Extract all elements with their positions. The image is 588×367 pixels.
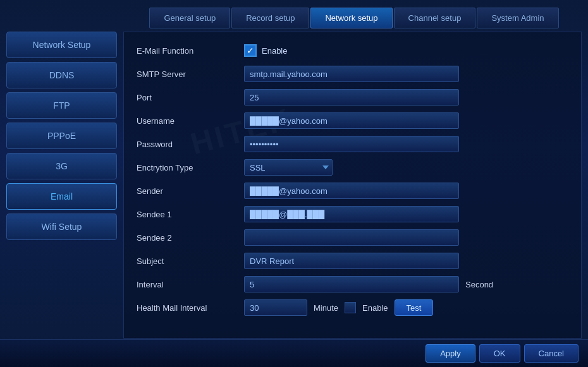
port-row: Port [137, 88, 568, 106]
subject-row: Subject [137, 252, 568, 270]
encryption-select[interactable]: SSL TLS None [244, 159, 333, 176]
password-row: Password [137, 135, 568, 153]
interval-input[interactable] [244, 276, 459, 292]
username-input[interactable] [244, 112, 459, 129]
sendee2-input[interactable] [244, 229, 459, 246]
interval-row: Interval Second [137, 275, 568, 293]
smtp-server-label: SMTP Server [137, 69, 244, 79]
subject-label: Subject [137, 256, 244, 266]
interval-unit: Second [465, 280, 493, 289]
health-mail-enable-label: Enable [362, 303, 388, 313]
ok-button[interactable]: OK [479, 344, 520, 363]
email-enable-text: Enable [262, 46, 287, 56]
tab-network-setup[interactable]: Network setup [310, 8, 392, 28]
smtp-server-input[interactable] [244, 66, 459, 82]
health-mail-label: Health Mail Interval [137, 303, 244, 313]
email-function-label: E-Mail Function [137, 46, 244, 56]
sendee2-label: Sendee 2 [137, 233, 244, 243]
sender-input[interactable] [244, 183, 459, 199]
cancel-button[interactable]: Cancel [524, 344, 579, 363]
tab-record-setup[interactable]: Record setup [231, 8, 309, 28]
sidebar-item-network-setup[interactable]: Network Setup [6, 32, 117, 58]
sidebar-item-ftp[interactable]: FTP [6, 92, 117, 119]
health-mail-input[interactable] [244, 299, 307, 316]
port-label: Port [137, 93, 244, 102]
port-input[interactable] [244, 89, 459, 105]
interval-label: Interval [137, 280, 244, 289]
sender-row: Sender [137, 182, 568, 200]
sidebar: Network Setup DDNS FTP PPPoE 3G Email Wi… [6, 32, 117, 240]
tab-bar: General setup Record setup Network setup… [0, 0, 588, 35]
apply-button[interactable]: Apply [426, 344, 475, 363]
sender-label: Sender [137, 186, 244, 196]
email-enable-checkbox-area: ✓ Enable [244, 44, 287, 57]
test-button[interactable]: Test [395, 299, 434, 316]
sendee1-input[interactable] [244, 206, 459, 222]
sidebar-item-pppoe[interactable]: PPPoE [6, 123, 117, 149]
sendee1-row: Sendee 1 [137, 205, 568, 223]
sidebar-item-3g[interactable]: 3G [6, 153, 117, 179]
encryption-dropdown-wrapper: SSL TLS None [244, 159, 333, 176]
password-input[interactable] [244, 136, 459, 152]
sidebar-item-email[interactable]: Email [6, 183, 117, 210]
tab-general-setup[interactable]: General setup [149, 8, 230, 28]
health-mail-row: Health Mail Interval Minute Enable Test [137, 299, 568, 316]
username-row: Username [137, 112, 568, 129]
sidebar-item-wifi-setup[interactable]: Wifi Setup [6, 214, 117, 240]
main-content: E-Mail Function ✓ Enable SMTP Server Por… [123, 32, 582, 339]
smtp-server-row: SMTP Server [137, 65, 568, 83]
email-function-row: E-Mail Function ✓ Enable [137, 42, 568, 59]
tab-channel-setup[interactable]: Channel setup [394, 8, 476, 28]
health-mail-unit: Minute [314, 303, 338, 313]
encryption-row: Enctrytion Type SSL TLS None [137, 159, 568, 176]
encryption-label: Enctrytion Type [137, 163, 244, 172]
subject-input[interactable] [244, 253, 459, 269]
email-enable-checkbox[interactable]: ✓ [244, 44, 257, 57]
username-label: Username [137, 116, 244, 126]
bottom-bar: Apply OK Cancel [0, 339, 588, 367]
password-label: Password [137, 140, 244, 149]
health-mail-enable-checkbox[interactable] [345, 302, 356, 313]
sidebar-item-ddns[interactable]: DDNS [6, 62, 117, 88]
sendee1-label: Sendee 1 [137, 210, 244, 219]
sendee2-row: Sendee 2 [137, 229, 568, 246]
tab-system-admin[interactable]: System Admin [477, 8, 558, 28]
